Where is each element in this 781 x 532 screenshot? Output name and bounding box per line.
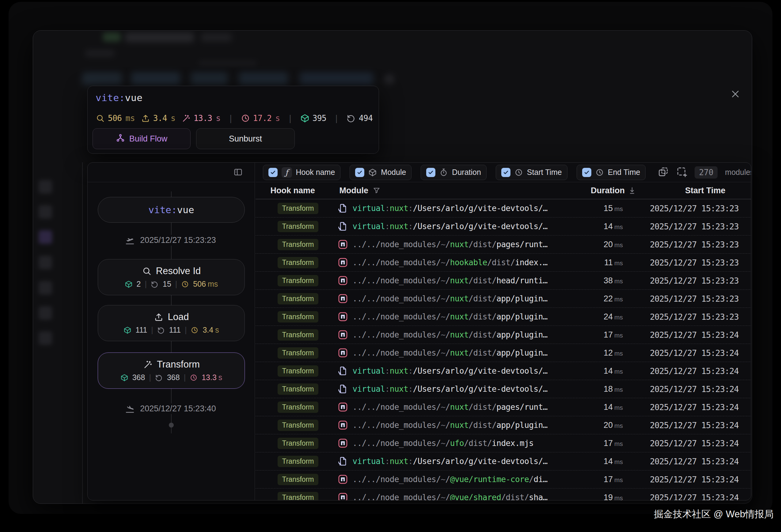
close-icon: [731, 89, 740, 100]
filter-toggle-end-time[interactable]: End Time: [577, 165, 646, 180]
start-time-cell: 2025/12/27 15:23:23: [641, 294, 751, 304]
module-path: ../../node_modules/~/@vue/runtime-core/d…: [353, 475, 547, 484]
npm-package-icon: [338, 438, 348, 448]
hook-badge: Transform: [278, 221, 319, 232]
filter-label: Hook name: [296, 168, 335, 177]
flip-view-button[interactable]: [658, 166, 669, 178]
filter-label: End Time: [608, 168, 641, 177]
column-header-duration[interactable]: Duration: [592, 186, 641, 195]
table-row[interactable]: Transform../../node_modules/~/@vue/runti…: [255, 471, 751, 489]
build-flow-button[interactable]: Build Flow: [92, 128, 191, 149]
table-toolbar: ƒHook nameModuleDurationStart TimeEnd Ti…: [255, 163, 751, 182]
panel-toggle-button[interactable]: [233, 168, 244, 177]
duration-cell: 18ms: [592, 384, 641, 394]
column-header-hook-name[interactable]: Hook name: [263, 186, 333, 195]
plane-landing-icon: [125, 404, 134, 413]
hook-badge: Transform: [278, 203, 319, 214]
flow-node-transform[interactable]: Transform 368 368 13.3s: [98, 353, 245, 389]
table-row[interactable]: Transformvirtual:nuxt:/Users/arlo/g/vite…: [255, 380, 751, 398]
table-row[interactable]: Transform../../node_modules/~/nuxt/dist/…: [255, 272, 751, 290]
duration-cell: 24ms: [592, 312, 641, 322]
column-header-start-time[interactable]: Start Time: [641, 186, 751, 195]
flip-icon: [658, 166, 669, 178]
flow-graph: vite:vue 2025/12/27 15:23:23 Resolve Id …: [88, 182, 255, 500]
start-time-cell: 2025/12/27 15:23:23: [641, 204, 751, 213]
table-row[interactable]: Transformvirtual:nuxt:/Users/arlo/g/vite…: [255, 200, 751, 217]
watermark: 掘金技术社区 @ Web情报局: [654, 508, 774, 521]
checkbox-checked[interactable]: [269, 168, 278, 177]
table-row[interactable]: Transformvirtual:nuxt:/Users/arlo/g/vite…: [255, 452, 751, 471]
cube-icon: [123, 326, 131, 334]
table-row[interactable]: Transform../../node_modules/~/nuxt/dist/…: [255, 416, 751, 434]
separator: [151, 325, 153, 335]
module-path: ../../node_modules/~/nuxt/dist/pages/run…: [353, 402, 547, 412]
clock-icon: [241, 114, 250, 123]
start-time-cell: 2025/12/27 15:23:24: [641, 330, 751, 340]
virtual-module-icon: [338, 366, 348, 376]
start-time-cell: 2025/12/27 15:23:23: [641, 258, 751, 267]
start-time-cell: 2025/12/27 15:23:24: [641, 384, 751, 394]
module-path: virtual:nuxt:/Users/arlo/g/vite-devtools…: [353, 204, 547, 213]
cube-icon: [120, 374, 128, 382]
close-button[interactable]: [728, 87, 743, 102]
call-count: 368: [167, 373, 180, 382]
checkbox-checked[interactable]: [355, 168, 364, 177]
module-path: ../../node_modules/~/hookable/dist/index…: [353, 258, 547, 267]
table-row[interactable]: Transform../../node_modules/~/@vue/share…: [255, 489, 751, 500]
start-time-cell: 2025/12/27 15:23:24: [641, 366, 751, 376]
table-row[interactable]: Transform../../node_modules/~/nuxt/dist/…: [255, 398, 751, 416]
checkbox-checked[interactable]: [501, 168, 510, 177]
table-row[interactable]: Transformvirtual:nuxt:/Users/arlo/g/vite…: [255, 362, 751, 380]
hook-badge: Transform: [278, 275, 319, 286]
duration-cell: 20ms: [592, 240, 641, 249]
module-path: ../../node_modules/~/@vue/shared/dist/sh…: [353, 493, 547, 500]
filter-toggle-start-time[interactable]: Start Time: [496, 165, 568, 180]
plugin-stats: 506ms3.4s13.3s|17.2s|395|494: [95, 111, 373, 125]
panel-left-icon: [233, 173, 243, 178]
refresh-icon: [346, 114, 356, 123]
select-modules-button[interactable]: [676, 166, 687, 178]
table-row[interactable]: Transform../../node_modules/~/nuxt/dist/…: [255, 308, 751, 326]
node-duration: 3.4s: [203, 325, 219, 335]
checkbox-checked[interactable]: [582, 168, 591, 177]
column-header-module[interactable]: Module: [333, 186, 592, 195]
npm-package-icon: [338, 257, 348, 268]
table-row[interactable]: Transformvirtual:nuxt:/Users/arlo/g/vite…: [255, 217, 751, 235]
flow-start-time: 2025/12/27 15:23:23: [88, 235, 255, 246]
table-row[interactable]: Transform../../node_modules/~/nuxt/dist/…: [255, 344, 751, 362]
duration-cell: 11ms: [592, 258, 641, 267]
table-row[interactable]: Transform../../node_modules/~/nuxt/dist/…: [255, 290, 751, 308]
filter-toggle-hook-name[interactable]: ƒHook name: [263, 165, 341, 180]
flow-node-resolve-id[interactable]: Resolve Id 2 15 506ms: [98, 259, 245, 295]
hook-badge: Transform: [278, 384, 319, 395]
checkbox-checked[interactable]: [426, 168, 436, 177]
hook-badge: Transform: [278, 329, 319, 341]
sunburst-button[interactable]: Sunburst: [196, 128, 295, 149]
filter-toggle-module[interactable]: Module: [350, 165, 411, 180]
filter-toggle-duration[interactable]: Duration: [421, 165, 487, 180]
table-body: Transformvirtual:nuxt:/Users/arlo/g/vite…: [255, 200, 751, 500]
hook-badge: Transform: [278, 474, 319, 485]
duration-cell: 17ms: [592, 475, 641, 484]
npm-package-icon: [338, 492, 348, 500]
virtual-module-icon: [338, 456, 348, 467]
build-flow-sidebar: vite:vue 2025/12/27 15:23:23 Resolve Id …: [88, 163, 255, 500]
virtual-module-icon: [338, 384, 348, 394]
table-row[interactable]: Transform../../node_modules/~/hookable/d…: [255, 254, 751, 272]
flow-node-load[interactable]: Load 111 111 3.4s: [98, 305, 245, 341]
flow-node-root[interactable]: vite:vue: [98, 197, 245, 223]
clock-icon: [595, 168, 604, 177]
call-count: 15: [163, 280, 171, 289]
table-row[interactable]: Transform../../node_modules/~/nuxt/dist/…: [255, 326, 751, 344]
upload-icon: [154, 312, 164, 322]
module-count: 368: [132, 373, 145, 382]
table-row[interactable]: Transform../../node_modules/~/nuxt/dist/…: [255, 235, 751, 254]
table-row[interactable]: Transform../../node_modules/~/ufo/dist/i…: [255, 434, 751, 452]
sidebar-header: [88, 163, 255, 182]
flow-end-time: 2025/12/27 15:23:40: [88, 403, 255, 414]
npm-package-icon: [338, 474, 348, 485]
filter-funnel-icon[interactable]: [373, 186, 380, 194]
duration-cell: 38ms: [592, 276, 641, 285]
plugin-name-suffix: vue: [125, 92, 143, 103]
refresh-icon: [155, 374, 163, 382]
